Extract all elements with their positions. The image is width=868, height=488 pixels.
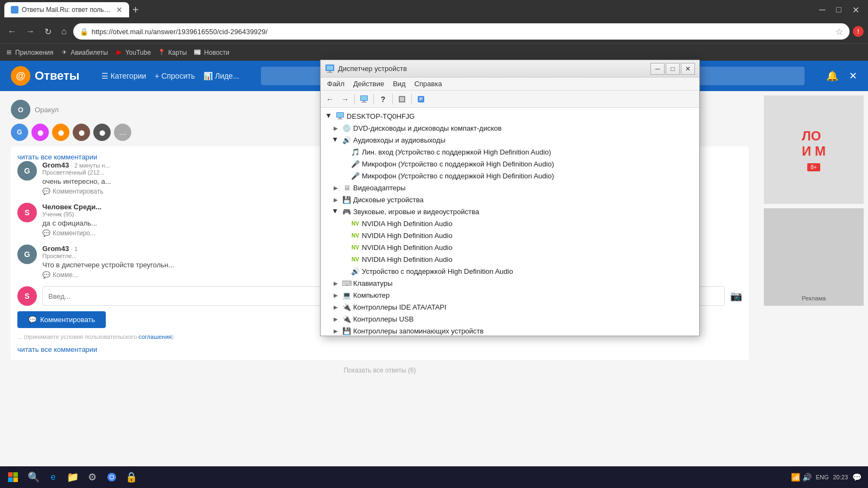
root-chevron: ▶ — [325, 112, 334, 120]
tree-video[interactable]: ▶ 🖥 Видеоадаптеры — [323, 182, 697, 194]
tree-mic-2[interactable]: 🎤 Микрофон (Устройство с поддержкой High… — [323, 170, 697, 182]
tree-nvidia-3[interactable]: NV NVIDIA High Definition Audio — [323, 241, 697, 253]
bookmark-star-icon[interactable]: ☆ — [835, 27, 843, 37]
minimize-button[interactable]: ─ — [815, 4, 829, 16]
devmgr-menu-file[interactable]: Файл — [323, 79, 349, 89]
address-bar-row: ← → ↻ ⌂ 🔒 https://otvet.mail.ru/answer/1… — [0, 20, 868, 43]
tab-bar: Ответы Mail.Ru: ответ пользова... ✕ + ─ … — [0, 0, 868, 20]
comment-meta-1: · 2 минуты н... — [71, 162, 110, 169]
devmgr-menu-view[interactable]: Вид — [388, 79, 410, 89]
taskbar-settings[interactable]: ⚙ — [82, 467, 102, 487]
home-button[interactable]: ⌂ — [58, 24, 70, 38]
site-logo: @ Ответы — [11, 66, 80, 86]
toolbar-update-button[interactable] — [395, 92, 409, 106]
nav-ask[interactable]: + Спросить — [155, 72, 195, 80]
tree-disk[interactable]: ▶ 💾 Дисковые устройства — [323, 194, 697, 206]
read-all-bottom-link[interactable]: читать все комментарии — [17, 345, 97, 354]
toolbar-forward-button[interactable]: → — [338, 92, 352, 106]
taskbar-chrome[interactable] — [102, 467, 122, 487]
close-button[interactable]: ✕ — [848, 4, 864, 16]
clock-time: 20:23 — [833, 474, 848, 480]
tree-computer[interactable]: ▶ 💻 Компьютер — [323, 289, 697, 301]
comment-avatar-1: G — [17, 161, 37, 181]
address-bar[interactable]: 🔒 https://otvet.mail.ru/answer/193961655… — [73, 23, 850, 40]
bookmark-apps[interactable]: ⊞ Приложения — [4, 48, 53, 57]
devmgr-menu-help[interactable]: Справка — [410, 79, 446, 89]
comment-submit-button[interactable]: 💬 Комментировать — [17, 311, 106, 328]
bookmark-youtube[interactable]: ▶ YouTube — [114, 48, 151, 57]
bookmark-maps[interactable]: 📍 Карты — [157, 48, 187, 57]
header-close-button[interactable]: ✕ — [849, 70, 857, 82]
properties-icon — [417, 95, 425, 104]
attach-icon[interactable]: 📷 — [730, 290, 742, 302]
tree-dvd[interactable]: ▶ 💿 DVD-дисководы и дисководы компакт-ди… — [323, 122, 697, 134]
nv4-icon: NV — [350, 254, 360, 264]
tree-keyboard[interactable]: ▶ ⌨ Клавиатуры — [323, 277, 697, 289]
tree-ide[interactable]: ▶ 🔌 Контроллеры IDE ATA/ATAPI — [323, 301, 697, 313]
tree-nvidia-1[interactable]: NV NVIDIA High Definition Audio — [323, 217, 697, 229]
devmgr-minimize-button[interactable]: ─ — [650, 63, 665, 75]
browser-chrome: Ответы Mail.Ru: ответ пользова... ✕ + ─ … — [0, 0, 868, 61]
volume-icon: 🔊 — [802, 473, 812, 481]
tree-storage[interactable]: ▶ 💾 Контроллеры запоминающих устройств — [323, 325, 697, 336]
extension-icon[interactable]: ! — [853, 26, 864, 37]
tree-root[interactable]: ▶ DESKTOP-TQ0HFJG — [323, 110, 697, 122]
sound-icon: 🎮 — [342, 207, 352, 216]
taskbar-explorer[interactable]: 📁 — [63, 467, 82, 487]
taskbar-search[interactable]: 🔍 — [24, 467, 43, 487]
usb-icon: 🔌 — [342, 314, 352, 324]
devmgr-maximize-button[interactable]: □ — [666, 63, 680, 75]
tree-audio[interactable]: ▶ 🔊 Аудиовходы и аудиовыходы — [323, 134, 697, 146]
devmgr-close-button[interactable]: ✕ — [681, 63, 695, 75]
toolbar-back-button[interactable]: ← — [323, 92, 337, 106]
devmgr-menubar: Файл Действие Вид Справка — [321, 78, 699, 91]
bookmark-news[interactable]: 📰 Новости — [193, 48, 229, 57]
toolbar-separator-2 — [373, 94, 374, 105]
tree-usb[interactable]: ▶ 🔌 Контроллеры USB — [323, 313, 697, 325]
bell-icon[interactable]: 🔔 — [826, 70, 838, 82]
nav-categories[interactable]: ☰ Категории — [101, 72, 146, 80]
logo-letter: @ — [16, 70, 25, 82]
forward-button[interactable]: → — [23, 24, 38, 38]
bookmark-flights[interactable]: ✈ Авиабилеты — [60, 48, 108, 57]
taskbar-security[interactable]: 🔒 — [122, 467, 141, 487]
toolbar-properties-button[interactable] — [414, 92, 428, 106]
keyboard-label: Клавиатуры — [353, 279, 697, 287]
svg-rect-11 — [419, 98, 423, 98]
devmgr-menu-action[interactable]: Действие — [349, 79, 388, 89]
tree-line-in[interactable]: 🎵 Лин. вход (Устройство с поддержкой Hig… — [323, 146, 697, 158]
computer-icon — [360, 95, 368, 104]
start-button[interactable] — [2, 466, 24, 488]
tree-sound[interactable]: ▶ 🎮 Звуковые, игровые и видеоустройства — [323, 206, 697, 217]
computer-chevron: ▶ — [331, 291, 340, 299]
refresh-button[interactable]: ↻ — [41, 24, 55, 39]
browser-tab[interactable]: Ответы Mail.Ru: ответ пользова... ✕ — [4, 2, 129, 17]
usb-chevron: ▶ — [331, 314, 340, 323]
svg-point-24 — [110, 476, 113, 479]
network-icon: 📶 — [791, 473, 800, 481]
tree-hda[interactable]: 🔊 Устройство с поддержкой High Definitio… — [323, 265, 697, 277]
tree-nvidia-4[interactable]: NV NVIDIA High Definition Audio — [323, 253, 697, 265]
more-users-button[interactable]: … — [114, 124, 131, 141]
ide-label: Контроллеры IDE ATA/ATAPI — [353, 303, 697, 311]
maximize-button[interactable]: □ — [832, 4, 846, 16]
ad-banner-2: Реклама — [764, 208, 864, 306]
keyboard-icon: ⌨ — [342, 278, 352, 288]
taskbar-ie[interactable]: e — [43, 467, 63, 487]
nav-leaders[interactable]: 📊 Лиде... — [203, 72, 239, 80]
toolbar-computer-button[interactable] — [357, 92, 371, 106]
read-all-top-link[interactable]: читать все комментарии — [17, 153, 97, 161]
nav-ask-label: + Спросить — [155, 72, 195, 80]
toolbar-help-button[interactable]: ? — [376, 92, 390, 106]
new-tab-button[interactable]: + — [132, 4, 139, 16]
windows-logo — [8, 472, 18, 483]
toolbar-separator — [354, 94, 355, 105]
taskbar: 🔍 e 📁 ⚙ 🔒 📶 🔊 ENG 20:23 💬 — [0, 466, 868, 488]
tree-mic-1[interactable]: 🎤 Микрофон (Устройство с поддержкой High… — [323, 158, 697, 170]
back-button[interactable]: ← — [4, 24, 20, 38]
video-label: Видеоадаптеры — [353, 184, 697, 192]
terms-link[interactable]: соглашения — [138, 333, 171, 340]
video-chevron: ▶ — [331, 183, 340, 192]
tree-nvidia-2[interactable]: NV NVIDIA High Definition Audio — [323, 229, 697, 241]
tab-close-button[interactable]: ✕ — [116, 5, 123, 14]
